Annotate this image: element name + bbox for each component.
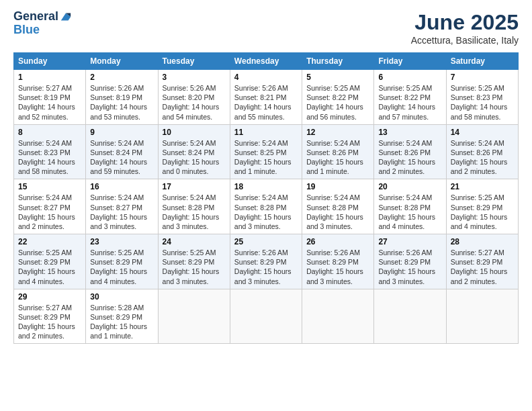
- day-cell: 30Sunrise: 5:28 AMSunset: 8:29 PMDayligh…: [86, 289, 158, 344]
- day-info: Sunrise: 5:25 AMSunset: 8:22 PMDaylight:…: [378, 83, 441, 122]
- day-cell: 23Sunrise: 5:25 AMSunset: 8:29 PMDayligh…: [86, 234, 158, 289]
- day-info: Sunrise: 5:24 AMSunset: 8:28 PMDaylight:…: [163, 193, 226, 231]
- day-cell: [302, 289, 374, 344]
- week-row-3: 15Sunrise: 5:24 AMSunset: 8:27 PMDayligh…: [14, 179, 519, 234]
- day-info: Sunrise: 5:25 AMSunset: 8:22 PMDaylight:…: [306, 83, 369, 122]
- day-cell: 2Sunrise: 5:26 AMSunset: 8:19 PMDaylight…: [86, 70, 158, 125]
- day-number: 12: [306, 128, 369, 137]
- day-cell: 17Sunrise: 5:24 AMSunset: 8:28 PMDayligh…: [158, 179, 230, 234]
- week-row-1: 1Sunrise: 5:27 AMSunset: 8:19 PMDaylight…: [14, 70, 519, 125]
- day-info: Sunrise: 5:25 AMSunset: 8:29 PMDaylight:…: [163, 248, 226, 286]
- day-number: 29: [18, 292, 81, 302]
- day-cell: 21Sunrise: 5:25 AMSunset: 8:29 PMDayligh…: [446, 179, 518, 234]
- day-cell: 7Sunrise: 5:25 AMSunset: 8:23 PMDaylight…: [446, 70, 518, 125]
- day-info: Sunrise: 5:26 AMSunset: 8:29 PMDaylight:…: [234, 248, 298, 286]
- day-cell: 26Sunrise: 5:26 AMSunset: 8:29 PMDayligh…: [302, 234, 374, 289]
- col-header-wednesday: Wednesday: [230, 53, 302, 70]
- day-info: Sunrise: 5:24 AMSunset: 8:26 PMDaylight:…: [306, 138, 369, 177]
- day-cell: 22Sunrise: 5:25 AMSunset: 8:29 PMDayligh…: [14, 234, 86, 289]
- day-info: Sunrise: 5:24 AMSunset: 8:28 PMDaylight:…: [306, 193, 369, 231]
- day-cell: 25Sunrise: 5:26 AMSunset: 8:29 PMDayligh…: [230, 234, 302, 289]
- day-info: Sunrise: 5:26 AMSunset: 8:29 PMDaylight:…: [306, 248, 369, 286]
- location: Accettura, Basilicate, Italy: [411, 35, 519, 46]
- day-info: Sunrise: 5:26 AMSunset: 8:29 PMDaylight:…: [378, 248, 441, 286]
- day-cell: [230, 289, 302, 344]
- day-info: Sunrise: 5:26 AMSunset: 8:20 PMDaylight:…: [163, 83, 226, 122]
- day-info: Sunrise: 5:26 AMSunset: 8:21 PMDaylight:…: [234, 83, 298, 122]
- calendar-body: 1Sunrise: 5:27 AMSunset: 8:19 PMDaylight…: [14, 70, 519, 344]
- day-number: 5: [306, 73, 369, 82]
- day-number: 26: [306, 237, 369, 246]
- header: General Blue June 2025 Accettura, Basili…: [13, 10, 519, 46]
- day-info: Sunrise: 5:24 AMSunset: 8:28 PMDaylight:…: [234, 193, 298, 231]
- day-cell: 16Sunrise: 5:24 AMSunset: 8:27 PMDayligh…: [86, 179, 158, 234]
- day-number: 11: [234, 128, 298, 137]
- col-header-sunday: Sunday: [14, 53, 86, 70]
- day-number: 15: [18, 182, 81, 191]
- day-info: Sunrise: 5:25 AMSunset: 8:29 PMDaylight:…: [90, 248, 153, 286]
- day-number: 30: [90, 292, 153, 302]
- day-cell: 18Sunrise: 5:24 AMSunset: 8:28 PMDayligh…: [230, 179, 302, 234]
- day-cell: 10Sunrise: 5:24 AMSunset: 8:24 PMDayligh…: [158, 124, 230, 179]
- day-info: Sunrise: 5:24 AMSunset: 8:23 PMDaylight:…: [18, 138, 81, 177]
- day-info: Sunrise: 5:26 AMSunset: 8:19 PMDaylight:…: [90, 83, 153, 122]
- week-row-4: 22Sunrise: 5:25 AMSunset: 8:29 PMDayligh…: [14, 234, 519, 289]
- title-block: June 2025 Accettura, Basilicate, Italy: [411, 10, 519, 46]
- day-number: 6: [378, 73, 441, 82]
- day-cell: [158, 289, 230, 344]
- day-info: Sunrise: 5:24 AMSunset: 8:26 PMDaylight:…: [378, 138, 441, 177]
- logo-blue: Blue: [13, 24, 40, 37]
- day-info: Sunrise: 5:28 AMSunset: 8:29 PMDaylight:…: [90, 303, 153, 341]
- day-number: 10: [163, 128, 226, 137]
- day-cell: 6Sunrise: 5:25 AMSunset: 8:22 PMDaylight…: [374, 70, 446, 125]
- day-cell: 11Sunrise: 5:24 AMSunset: 8:25 PMDayligh…: [230, 124, 302, 179]
- day-cell: [374, 289, 446, 344]
- day-number: 13: [378, 128, 441, 137]
- col-header-saturday: Saturday: [446, 53, 518, 70]
- day-number: 1: [18, 73, 81, 82]
- day-number: 7: [451, 73, 514, 82]
- day-number: 25: [234, 237, 298, 246]
- day-info: Sunrise: 5:27 AMSunset: 8:29 PMDaylight:…: [451, 248, 514, 286]
- day-info: Sunrise: 5:25 AMSunset: 8:29 PMDaylight:…: [451, 193, 514, 231]
- day-info: Sunrise: 5:24 AMSunset: 8:27 PMDaylight:…: [90, 193, 153, 231]
- day-number: 19: [306, 182, 369, 191]
- day-number: 8: [18, 128, 81, 137]
- day-info: Sunrise: 5:25 AMSunset: 8:29 PMDaylight:…: [18, 248, 81, 286]
- day-info: Sunrise: 5:24 AMSunset: 8:24 PMDaylight:…: [163, 138, 226, 177]
- day-info: Sunrise: 5:24 AMSunset: 8:26 PMDaylight:…: [451, 138, 514, 177]
- day-info: Sunrise: 5:25 AMSunset: 8:23 PMDaylight:…: [451, 83, 514, 122]
- day-number: 9: [90, 128, 153, 137]
- day-number: 4: [234, 73, 298, 82]
- day-number: 14: [451, 128, 514, 137]
- day-cell: 24Sunrise: 5:25 AMSunset: 8:29 PMDayligh…: [158, 234, 230, 289]
- day-number: 28: [451, 237, 514, 246]
- day-cell: 3Sunrise: 5:26 AMSunset: 8:20 PMDaylight…: [158, 70, 230, 125]
- logo-icon: [60, 11, 72, 23]
- day-cell: 14Sunrise: 5:24 AMSunset: 8:26 PMDayligh…: [446, 124, 518, 179]
- day-cell: 28Sunrise: 5:27 AMSunset: 8:29 PMDayligh…: [446, 234, 518, 289]
- col-header-tuesday: Tuesday: [158, 53, 230, 70]
- calendar-header-row: SundayMondayTuesdayWednesdayThursdayFrid…: [14, 53, 519, 70]
- col-header-monday: Monday: [86, 53, 158, 70]
- week-row-5: 29Sunrise: 5:27 AMSunset: 8:29 PMDayligh…: [14, 289, 519, 344]
- col-header-thursday: Thursday: [302, 53, 374, 70]
- day-number: 18: [234, 182, 298, 191]
- day-number: 20: [378, 182, 441, 191]
- day-cell: 12Sunrise: 5:24 AMSunset: 8:26 PMDayligh…: [302, 124, 374, 179]
- day-info: Sunrise: 5:24 AMSunset: 8:27 PMDaylight:…: [18, 193, 81, 231]
- day-info: Sunrise: 5:24 AMSunset: 8:25 PMDaylight:…: [234, 138, 298, 177]
- day-cell: 19Sunrise: 5:24 AMSunset: 8:28 PMDayligh…: [302, 179, 374, 234]
- page: General Blue June 2025 Accettura, Basili…: [0, 0, 532, 411]
- day-cell: 20Sunrise: 5:24 AMSunset: 8:28 PMDayligh…: [374, 179, 446, 234]
- day-number: 21: [451, 182, 514, 191]
- day-info: Sunrise: 5:24 AMSunset: 8:24 PMDaylight:…: [90, 138, 153, 177]
- day-cell: 9Sunrise: 5:24 AMSunset: 8:24 PMDaylight…: [86, 124, 158, 179]
- day-number: 27: [378, 237, 441, 246]
- day-cell: 8Sunrise: 5:24 AMSunset: 8:23 PMDaylight…: [14, 124, 86, 179]
- day-cell: 29Sunrise: 5:27 AMSunset: 8:29 PMDayligh…: [14, 289, 86, 344]
- month-title: June 2025: [411, 10, 519, 35]
- day-number: 17: [163, 182, 226, 191]
- day-info: Sunrise: 5:27 AMSunset: 8:19 PMDaylight:…: [18, 83, 81, 122]
- day-cell: 27Sunrise: 5:26 AMSunset: 8:29 PMDayligh…: [374, 234, 446, 289]
